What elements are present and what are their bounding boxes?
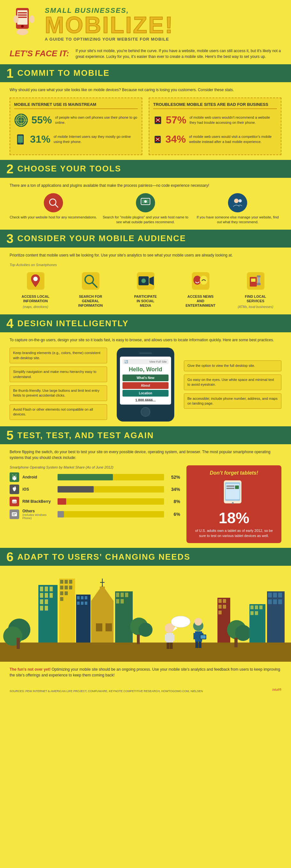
svg-rect-62: [14, 502, 15, 503]
design-phone-mockup: 🔄 View Full Site Hello, World What's New…: [114, 348, 177, 422]
tool-item-1: Check with your website host for any rec…: [9, 193, 97, 220]
tool-icon-3: [228, 193, 247, 212]
audience-item-3: PARTICIPATEIN SOCIALMEDIA: [120, 270, 171, 310]
phone-btn-2: About: [123, 382, 168, 389]
design-tip-3: Be thumb-friendly. Use large buttons and…: [9, 385, 107, 401]
audience-icon-2: [79, 270, 102, 292]
section5-title: Test, Test, and Test Again: [17, 431, 154, 440]
svg-rect-4: [18, 14, 27, 16]
design-tip-7: Be accessible; include phone number, add…: [184, 393, 282, 409]
section5-wrapper: 5 Test, Test, and Test Again Before flip…: [0, 426, 291, 548]
bar-fill-rim: [58, 498, 66, 505]
stat2-pct: 31%: [30, 133, 51, 145]
intuit-logo: intuit®: [272, 686, 282, 696]
svg-rect-117: [125, 593, 128, 597]
audience-item-5: FIND LOCALSERVICES (ATMs, local business…: [230, 270, 282, 310]
svg-rect-150: [250, 606, 254, 609]
header: Small Businesses, Mobilize! A Guide to O…: [0, 0, 291, 45]
svg-rect-155: [267, 591, 285, 643]
svg-rect-75: [0, 643, 291, 662]
svg-rect-66: [12, 515, 15, 515]
svg-point-6: [13, 16, 19, 23]
bad-site-icon: [153, 112, 163, 128]
stat-row-4: 34% of mobile web users would visit a co…: [153, 131, 277, 148]
section3-number: 3: [6, 232, 13, 245]
svg-rect-145: [218, 611, 222, 614]
tablet-panel: Don't forget tablets! 18% of U.S. adults…: [187, 465, 282, 543]
section2-intro: There are a ton of applications and plug…: [9, 183, 282, 188]
tablet-illustration: [191, 479, 277, 506]
svg-point-53: [15, 476, 16, 477]
svg-rect-63: [15, 502, 16, 503]
svg-rect-160: [273, 599, 277, 604]
bar-label-android: Android: [22, 475, 54, 479]
svg-rect-84: [45, 593, 48, 598]
svg-rect-97: [60, 591, 63, 595]
intuit-logo-text: intuit: [272, 688, 279, 691]
svg-point-56: [14, 487, 16, 488]
svg-rect-157: [273, 593, 277, 597]
section4-wrapper: 4 Design Intelligently To capture on-the…: [0, 314, 291, 426]
svg-rect-94: [60, 586, 63, 589]
svg-point-32: [234, 198, 238, 203]
svg-point-42: [141, 279, 146, 283]
audience-label-4: ACCESS NEWSANDENTERTAINMENT: [186, 294, 215, 308]
svg-rect-15: [18, 135, 23, 143]
svg-point-121: [138, 623, 153, 637]
svg-rect-91: [60, 580, 63, 584]
audience-item-1: ACCESS LOCALINFORMATION (maps, direction…: [9, 270, 61, 310]
commit-grid: Mobile Internet Use is Mainstream 55% of…: [9, 97, 282, 155]
stat4-text: of mobile web users would visit a compet…: [189, 134, 277, 144]
bar-pct-rim: 8%: [167, 499, 180, 504]
design-tip-2: Simplify navigation and make menu hierar…: [9, 367, 107, 382]
section5-content: Before flipping the switch, do your best…: [0, 444, 291, 548]
chart-title: Smartphone Operating System by Market Sh…: [9, 465, 180, 469]
audience-label-3: PARTICIPATEIN SOCIALMEDIA: [134, 294, 157, 308]
section4-header: 4 Design Intelligently: [0, 314, 291, 332]
header-subtitle: A Guide to Optimizing Your Website for M…: [45, 37, 282, 41]
phone-url-bar: 🔄 View Full Site: [123, 359, 168, 364]
commit-col1: Mobile Internet Use is Mainstream 55% of…: [9, 97, 142, 155]
svg-point-16: [20, 143, 21, 144]
tool-item-2: Search for "mobile plugins" and your web…: [102, 193, 189, 225]
svg-rect-81: [45, 587, 48, 591]
svg-rect-59: [14, 501, 15, 502]
phone-mockup-body: 🔄 View Full Site Hello, World What's New…: [117, 348, 174, 422]
svg-point-52: [13, 476, 14, 477]
stat3-pct: 57%: [166, 114, 187, 126]
svg-point-19: [157, 123, 159, 124]
test-chart-area: Smartphone Operating System by Market Sh…: [9, 465, 180, 543]
svg-point-35: [33, 277, 38, 281]
svg-rect-60: [15, 501, 16, 502]
svg-rect-3: [18, 12, 27, 13]
section3-header: 3 Consider Your Mobile Audience: [0, 229, 291, 248]
svg-rect-159: [268, 599, 272, 604]
svg-rect-144: [223, 605, 226, 609]
phone-screen: 🔄 View Full Site Hello, World What's New…: [120, 356, 171, 405]
bar-row-android: Android 52%: [9, 472, 180, 482]
lets-face-text: If your site's not mobile, you're behind…: [75, 48, 282, 60]
bar-track-rim: [58, 498, 164, 505]
audience-item-4: ACCESS NEWSANDENTERTAINMENT: [174, 270, 226, 310]
top-activities-label: Top Activities on Smartphones: [9, 263, 282, 267]
others-icon: [9, 509, 19, 519]
svg-rect-128: [170, 643, 173, 649]
svg-rect-5: [18, 17, 27, 18]
svg-rect-72: [235, 486, 239, 489]
section1-header: 1 Commit to Mobile: [0, 64, 291, 82]
svg-rect-105: [81, 601, 84, 605]
svg-rect-115: [116, 593, 119, 597]
svg-rect-156: [268, 593, 272, 597]
section4-content: To capture on-the-go users, design your …: [0, 332, 291, 426]
svg-point-129: [171, 616, 190, 627]
blackberry-icon: [9, 497, 19, 506]
svg-rect-109: [100, 587, 105, 602]
mobile-use-icon: [14, 131, 27, 148]
section4-number: 4: [6, 317, 13, 330]
tool-icon-2: [136, 193, 155, 212]
bar-track-ios: [58, 486, 164, 493]
section3-wrapper: 3 Consider Your Mobile Audience Prioriti…: [0, 229, 291, 315]
svg-line-54: [12, 475, 13, 475]
phone-btn-1: What's New: [123, 374, 168, 381]
svg-rect-140: [218, 598, 230, 643]
